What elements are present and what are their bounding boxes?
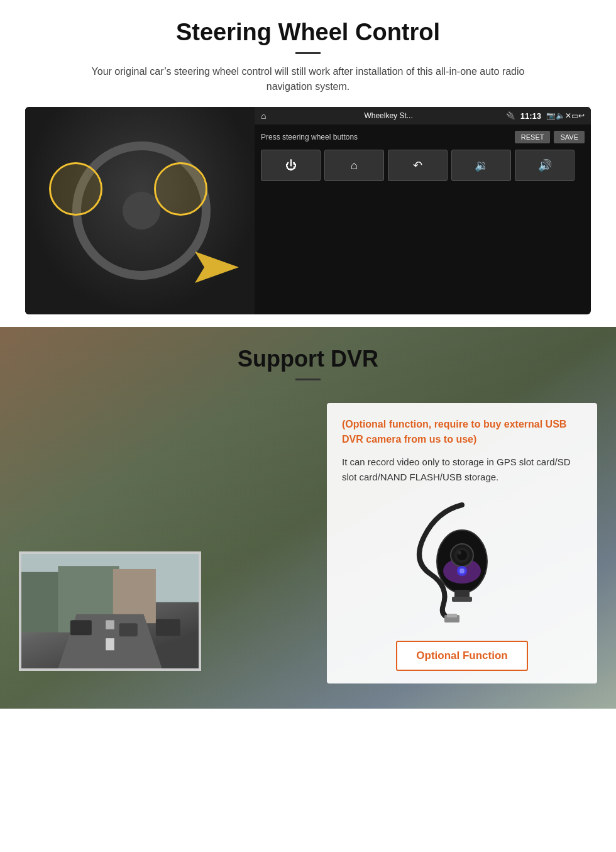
screen-topbar: ⌂ Wheelkey St... 🔌 11:13 📷 🔈 ✕ ▭ ↩ bbox=[255, 107, 591, 124]
screen-content: Press steering wheel buttons RESET SAVE … bbox=[255, 124, 591, 187]
volume-icon: 🔈 bbox=[556, 111, 565, 120]
reset-button[interactable]: RESET bbox=[515, 131, 551, 143]
app-title: Wheelkey St... bbox=[271, 111, 505, 120]
callout-left bbox=[49, 162, 102, 216]
mirror-icon: ▭ bbox=[571, 111, 578, 120]
save-button[interactable]: SAVE bbox=[554, 131, 585, 143]
clock-display: 11:13 bbox=[520, 111, 541, 121]
arrow-icon bbox=[182, 239, 251, 296]
svg-point-18 bbox=[458, 551, 461, 555]
road-view-svg bbox=[21, 554, 199, 668]
svg-point-22 bbox=[459, 568, 465, 573]
back-icon: ↩ bbox=[578, 111, 585, 120]
svg-rect-20 bbox=[452, 597, 472, 602]
wheel-background bbox=[25, 107, 258, 314]
screen-instruction: Press steering wheel buttons bbox=[261, 133, 358, 141]
optional-function-button[interactable]: Optional Function bbox=[396, 641, 527, 671]
vol-up-control-button[interactable]: 🔊 bbox=[515, 150, 575, 181]
svg-rect-9 bbox=[119, 623, 138, 636]
steering-wheel-photo bbox=[25, 107, 258, 314]
home-control-button[interactable]: ⌂ bbox=[324, 150, 384, 181]
screen-controls: ⏻ ⌂ ↶ 🔉 🔊 bbox=[261, 150, 585, 181]
svg-rect-6 bbox=[106, 638, 114, 650]
camera-icon: 📷 bbox=[546, 111, 556, 120]
dvr-description: It can record video only to storage in G… bbox=[342, 455, 582, 485]
screen-action-buttons: RESET SAVE bbox=[515, 131, 585, 143]
steering-image-container: ⌂ Wheelkey St... 🔌 11:13 📷 🔈 ✕ ▭ ↩ Press… bbox=[25, 107, 591, 314]
svg-marker-0 bbox=[195, 252, 239, 283]
dvr-body: (Optional function, require to buy exter… bbox=[0, 390, 616, 709]
callout-right bbox=[154, 162, 207, 216]
dvr-divider bbox=[295, 379, 321, 380]
steering-description: Your original car’s steering wheel contr… bbox=[88, 64, 528, 94]
dvr-info-card: (Optional function, require to buy exter… bbox=[327, 403, 597, 683]
optional-text: (Optional function, require to buy exter… bbox=[342, 417, 582, 447]
close-icon: ✕ bbox=[565, 111, 571, 120]
svg-rect-12 bbox=[447, 614, 457, 617]
dvr-camera-inner bbox=[21, 554, 199, 668]
dvr-section: Support DVR bbox=[0, 327, 616, 709]
instruction-row: Press steering wheel buttons RESET SAVE bbox=[261, 131, 585, 143]
vol-down-control-button[interactable]: 🔉 bbox=[451, 150, 511, 181]
power-control-button[interactable]: ⏻ bbox=[261, 150, 321, 181]
steering-section: Steering Wheel Control Your original car… bbox=[0, 0, 616, 327]
back-control-button[interactable]: ↶ bbox=[388, 150, 448, 181]
steering-screen: ⌂ Wheelkey St... 🔌 11:13 📷 🔈 ✕ ▭ ↩ Press… bbox=[255, 107, 591, 314]
wheel-center bbox=[123, 192, 160, 230]
dvr-title: Support DVR bbox=[0, 346, 616, 372]
home-icon: ⌂ bbox=[261, 111, 266, 121]
steering-title: Steering Wheel Control bbox=[25, 19, 591, 46]
svg-rect-10 bbox=[156, 619, 180, 636]
svg-rect-7 bbox=[106, 620, 114, 629]
svg-rect-8 bbox=[70, 620, 92, 635]
dvr-camera-device-svg bbox=[399, 499, 525, 624]
dvr-camera-screenshot bbox=[19, 551, 201, 671]
dvr-device-image bbox=[342, 492, 582, 631]
dvr-title-area: Support DVR bbox=[0, 327, 616, 390]
steering-divider bbox=[295, 52, 321, 54]
usb-icon: 🔌 bbox=[506, 111, 515, 120]
